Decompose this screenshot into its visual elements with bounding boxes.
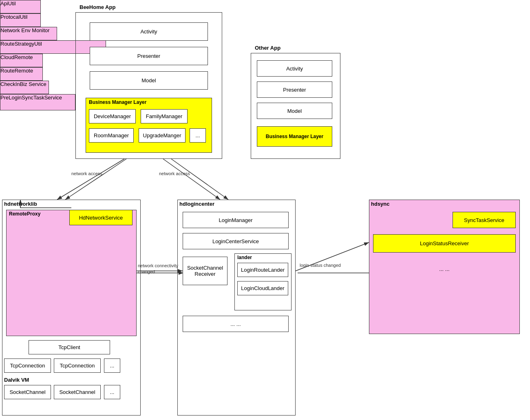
login-status-receiver: LoginStatusReceiver: [373, 234, 516, 253]
login-route-lander: LoginRouteLander: [237, 263, 288, 277]
beehome-business-label: Business Manager Layer: [89, 99, 146, 105]
network-env-monitor: Network Env Monitor: [0, 27, 57, 40]
hdlogincenter-title: hdlogincenter: [179, 201, 214, 207]
device-manager: DeviceManager: [89, 109, 136, 123]
network-connectivity-label: network connectivity changed: [138, 263, 183, 275]
other-presenter: Presenter: [257, 81, 332, 98]
tcp-conn-2: TcpConnection: [54, 358, 101, 373]
hdsync-title: hdsync: [371, 201, 390, 207]
remote-proxy-container: [6, 210, 137, 336]
tcp-conn-1: TcpConnection: [4, 358, 51, 373]
cloud-remote: CloudRemote: [0, 54, 43, 67]
socket-channel-1: SocketChannel: [4, 385, 51, 399]
tcp-client: TcpClient: [29, 340, 110, 354]
tcp-dots: ...: [104, 358, 120, 373]
remote-proxy-label: RemoteProxy: [9, 211, 40, 217]
other-model: Model: [257, 103, 332, 119]
upgrade-manager: UpgradeManger: [139, 128, 186, 143]
beehome-app-title: BeeHome App: [80, 4, 115, 10]
socket-channel-receiver: SocketChannel Receiver: [183, 257, 227, 285]
other-activity: Activity: [257, 60, 332, 77]
svg-line-9: [57, 159, 124, 200]
svg-line-3: [163, 159, 220, 200]
hdnetworklib-title: hdnetworklib: [4, 201, 37, 207]
login-center-service: LoginCenterService: [183, 233, 289, 249]
sync-task-service: SyncTaskService: [453, 212, 516, 228]
socket-dots: ...: [104, 385, 120, 399]
beehome-model: Model: [90, 71, 208, 90]
dalvik-vm-label: Dalvik VM: [4, 377, 29, 383]
svg-line-10: [171, 159, 228, 200]
family-manager: FamilyManager: [141, 109, 188, 123]
socket-channel-2: SocketChannel: [54, 385, 101, 399]
beehome-business-layer: [86, 98, 212, 153]
other-app-title: Other App: [255, 45, 280, 51]
beehome-presenter: Presenter: [90, 47, 208, 65]
other-business-layer: Business Manager Layer: [257, 126, 332, 147]
checkin-biz: CheckInBiz Service: [0, 81, 49, 94]
api-util: ApiUtil: [0, 0, 41, 13]
login-manager: LoginManager: [183, 212, 289, 228]
hdsync-dots: ... ...: [373, 261, 516, 277]
network-access-label-2: network access: [159, 171, 190, 176]
beehome-dots: ...: [190, 128, 206, 143]
hdlogincenter-dots: ... ...: [183, 316, 289, 332]
svg-line-2: [65, 159, 126, 200]
login-status-label: login status changed: [300, 263, 341, 268]
network-access-label-1: network access: [71, 171, 102, 176]
room-manager: RoomManager: [89, 128, 134, 143]
login-cloud-lander: LoginCloudLander: [237, 281, 288, 295]
diagram: BeeHome App Activity Presenter Model Bus…: [0, 0, 530, 420]
pre-login-sync: PreLoginSyncTaskService: [0, 94, 75, 110]
beehome-activity: Activity: [90, 22, 208, 41]
hd-network-service: HdNetworkService: [69, 210, 132, 225]
route-remote: RouteRemote: [0, 67, 43, 81]
protacal-util: ProtocalUtil: [0, 13, 41, 27]
lander-label: lander: [237, 255, 252, 260]
